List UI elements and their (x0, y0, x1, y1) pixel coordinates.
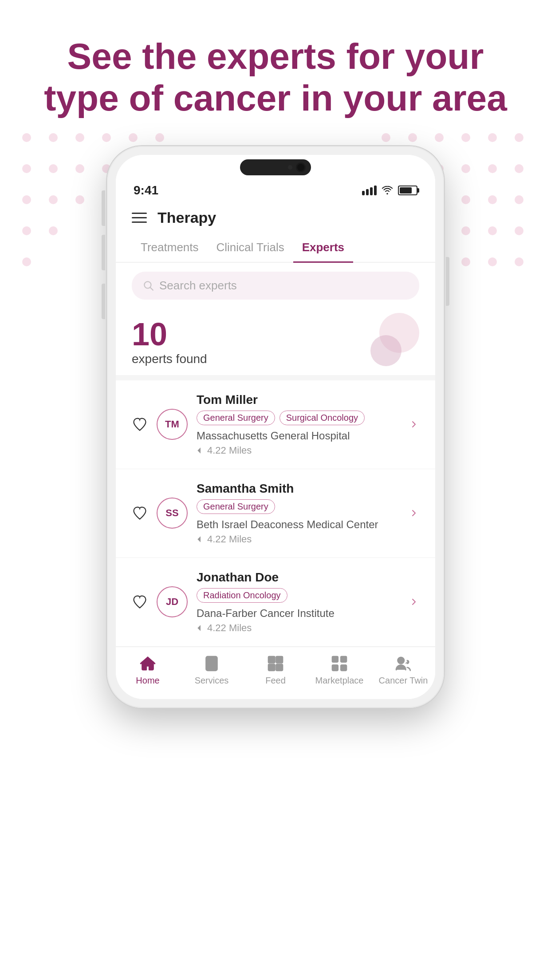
tag-surgical-oncology: Surgical Oncology (279, 411, 365, 425)
feed-icon (266, 654, 285, 673)
tags-row-jonathan-doe: Radiation Oncology (197, 588, 400, 603)
expert-distance-tom-miller: 4.22 Miles (197, 445, 400, 456)
svg-point-44 (461, 257, 470, 266)
favorite-icon-jonathan-doe[interactable] (132, 594, 148, 610)
expert-card-jonathan-doe[interactable]: JD Jonathan Doe Radiation Oncology Dana-… (116, 558, 435, 647)
nav-label-cancer-twin: Cancer Twin (379, 676, 428, 686)
svg-point-23 (22, 195, 31, 204)
chevron-right-samantha-smith[interactable] (409, 508, 419, 518)
svg-marker-50 (197, 536, 201, 542)
section-separator (116, 375, 435, 380)
results-count: 10 experts found (132, 318, 207, 366)
nav-label-home: Home (136, 676, 159, 686)
experts-count-number: 10 (132, 318, 207, 350)
svg-rect-61 (341, 656, 346, 662)
svg-point-30 (488, 195, 497, 204)
expert-avatar-tm: TM (157, 409, 188, 440)
avatar-circle-medium (370, 335, 401, 366)
experts-count-label: experts found (132, 352, 207, 366)
svg-point-21 (488, 164, 497, 173)
svg-point-11 (515, 133, 523, 142)
svg-rect-62 (332, 665, 338, 670)
chevron-right-tom-miller[interactable] (409, 419, 419, 430)
chevron-right-jonathan-doe[interactable] (409, 597, 419, 607)
expert-info-samantha-smith: Samantha Smith General Surgery Beth Isra… (197, 482, 400, 545)
location-icon-2 (197, 535, 205, 543)
expert-info-tom-miller: Tom Miller General Surgery Surgical Onco… (197, 393, 400, 456)
search-placeholder-text: Search experts (159, 279, 237, 292)
search-box[interactable]: Search experts (132, 272, 419, 300)
signal-bar-3 (370, 187, 373, 195)
hero-title: See the experts for your type of cancer … (27, 36, 524, 119)
camera-dot (288, 165, 292, 170)
svg-rect-58 (268, 664, 275, 670)
svg-point-45 (488, 257, 497, 266)
tag-general-surgery-2: General Surgery (197, 499, 275, 514)
svg-point-12 (22, 164, 31, 173)
nav-label-marketplace: Marketplace (315, 676, 364, 686)
hamburger-line-3 (132, 221, 147, 223)
svg-point-46 (515, 257, 523, 266)
tags-row-samantha-smith: General Surgery (197, 499, 400, 514)
cancer-twin-icon (394, 654, 413, 673)
svg-point-39 (515, 226, 523, 235)
nav-item-marketplace[interactable]: Marketplace (307, 654, 371, 686)
svg-point-33 (49, 226, 58, 235)
status-time: 9:41 (134, 183, 158, 198)
expert-avatar-ss: SS (157, 498, 188, 529)
tag-radiation-oncology: Radiation Oncology (197, 588, 287, 603)
expert-distance-samantha-smith: 4.22 Miles (197, 533, 400, 545)
tab-clinical-trials[interactable]: Clinical Trials (208, 233, 293, 263)
phone-screen: 9:41 (116, 155, 435, 699)
hamburger-menu-button[interactable] (132, 213, 147, 223)
tab-treatments[interactable]: Treatments (132, 233, 208, 263)
search-icon (142, 280, 154, 291)
phone-shell: 9:41 (107, 146, 444, 708)
tab-experts[interactable]: Experts (293, 233, 353, 263)
svg-point-7 (408, 133, 417, 142)
svg-point-0 (22, 133, 31, 142)
notch-area (116, 155, 435, 175)
nav-item-home[interactable]: Home (116, 654, 180, 686)
favorite-icon-samantha-smith[interactable] (132, 505, 148, 521)
tags-row-tom-miller: General Surgery Surgical Oncology (197, 411, 400, 425)
nav-item-feed[interactable]: Feed (244, 654, 307, 686)
signal-bars-icon (362, 186, 377, 195)
signal-bar-4 (374, 186, 377, 195)
svg-point-20 (461, 164, 470, 173)
expert-card-tom-miller[interactable]: TM Tom Miller General Surgery Surgical O… (116, 380, 435, 469)
services-icon (202, 654, 221, 673)
svg-point-37 (461, 226, 470, 235)
status-bar: 9:41 (116, 175, 435, 202)
search-container: Search experts (116, 263, 435, 308)
expert-hospital-tom-miller: Massachusetts General Hospital (197, 430, 400, 442)
svg-point-13 (49, 164, 58, 173)
svg-point-14 (75, 164, 84, 173)
svg-rect-56 (268, 656, 275, 663)
bottom-nav: Home Services (116, 647, 435, 699)
signal-bar-2 (366, 189, 369, 195)
svg-point-25 (75, 195, 84, 204)
results-header: 10 experts found (116, 308, 435, 375)
results-avatar-group (366, 313, 419, 366)
svg-point-24 (49, 195, 58, 204)
home-icon (138, 654, 157, 673)
expert-name-samantha-smith: Samantha Smith (197, 482, 400, 496)
svg-rect-57 (276, 656, 283, 663)
marketplace-icon (330, 654, 349, 673)
nav-label-services: Services (195, 676, 229, 686)
expert-avatar-jd: JD (157, 586, 188, 617)
app-title: Therapy (157, 209, 216, 226)
svg-point-29 (461, 195, 470, 204)
nav-item-services[interactable]: Services (180, 654, 244, 686)
svg-point-2 (75, 133, 84, 142)
wifi-icon (381, 186, 394, 195)
favorite-icon-tom-miller[interactable] (132, 416, 148, 432)
svg-point-5 (155, 133, 164, 142)
location-icon-1 (197, 447, 205, 454)
expert-distance-jonathan-doe: 4.22 Miles (197, 622, 400, 634)
nav-item-cancer-twin[interactable]: Cancer Twin (371, 654, 435, 686)
svg-marker-51 (197, 625, 201, 631)
camera-lens (296, 162, 306, 172)
expert-card-samantha-smith[interactable]: SS Samantha Smith General Surgery Beth I… (116, 469, 435, 558)
